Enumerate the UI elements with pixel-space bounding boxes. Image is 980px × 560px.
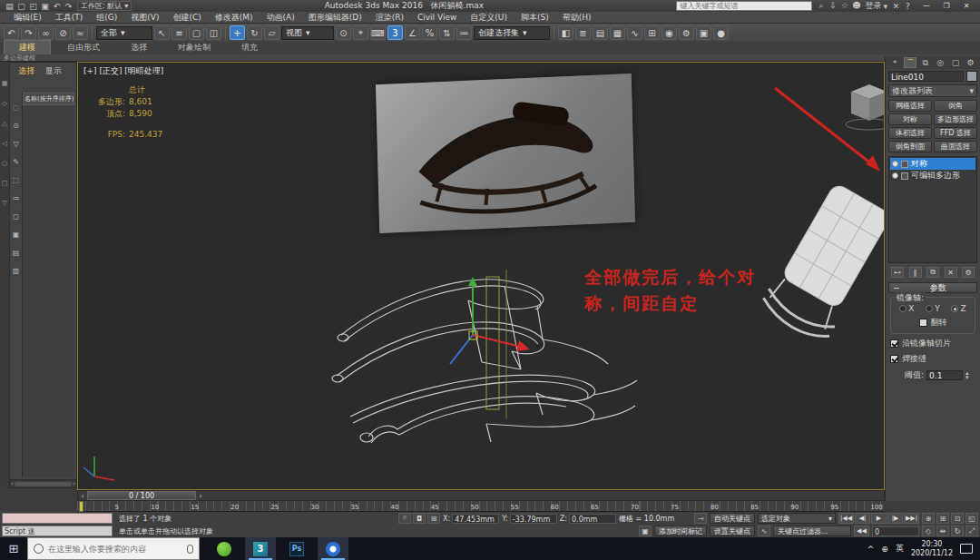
schematic-view-icon[interactable]: ⊞ — [644, 25, 660, 40]
selection-set-dropdown[interactable]: 选定对象 ▾ — [758, 513, 836, 524]
element-icon[interactable]: ▽ — [2, 200, 6, 207]
layer-manager-icon[interactable]: ▤ — [593, 25, 608, 40]
scroll-thumb[interactable] — [15, 482, 72, 486]
snap-3d-icon[interactable]: 3 — [387, 25, 403, 40]
explorer-tab[interactable]: 选择 — [14, 64, 39, 78]
object-name-field[interactable]: Line010 — [888, 71, 964, 82]
undo-icon[interactable]: ↶ — [4, 25, 19, 40]
language-indicator[interactable]: 英 — [896, 543, 904, 555]
next-frame-button[interactable]: |▶ — [887, 513, 903, 524]
make-unique-icon[interactable]: ⧉ — [926, 267, 939, 278]
angle-snap-icon[interactable]: ∠ — [405, 25, 420, 40]
new-scene-icon[interactable]: ▢ — [15, 1, 27, 11]
go-to-start-button[interactable]: ◀◀ — [854, 526, 869, 536]
taskbar-app-3dsmax[interactable]: 3 — [245, 537, 276, 560]
polygon-icon[interactable]: □ — [2, 180, 8, 187]
exchange-apps-icon[interactable]: ✕ — [890, 1, 902, 11]
modifier-button[interactable]: 体积选择 — [888, 127, 932, 139]
scene-explorer-list[interactable]: 名称(按升序排序) — [22, 93, 74, 477]
named-selection-sets-dropdown[interactable]: 创建选择集 ▾ — [474, 26, 550, 40]
ribbon-tab[interactable]: 自由形式 — [53, 41, 114, 54]
menu-item[interactable]: 组(G) — [90, 12, 123, 24]
next-frame-arrow[interactable]: › — [196, 492, 205, 500]
y-coordinate-field[interactable]: -33.79mm — [510, 514, 557, 524]
select-manipulate-icon[interactable]: ⌖ — [353, 25, 368, 40]
maximize-button[interactable]: ❐ — [936, 1, 956, 11]
tray-chevron-icon[interactable]: ^ — [867, 545, 875, 554]
taskbar-search[interactable] — [27, 537, 200, 560]
motion-tab-icon[interactable]: ◎ — [934, 57, 946, 68]
menu-item[interactable]: 视图(V) — [124, 12, 165, 24]
fov-icon[interactable]: ◇ — [922, 526, 935, 536]
threshold-field[interactable]: 0.1 — [926, 370, 963, 380]
taskbar-app-photoshop[interactable]: Ps — [281, 537, 312, 560]
help-search-input[interactable] — [676, 1, 812, 11]
sort-header[interactable]: 名称(按升序排序) — [23, 93, 74, 105]
help-icon[interactable]: ? — [902, 1, 914, 11]
select-object-icon[interactable]: ↖ — [154, 25, 170, 40]
key-filters-curve-icon[interactable]: ∿ — [758, 526, 770, 536]
spinner-arrows[interactable]: ▴▾ — [965, 371, 969, 380]
play-button[interactable]: ▶ — [871, 513, 887, 524]
list-icon[interactable]: ≔ — [13, 194, 20, 202]
pin-stack-icon[interactable]: ⊷ — [891, 267, 904, 278]
isolate-selection-icon[interactable]: ⌾ — [398, 513, 411, 524]
ribbon-tab[interactable]: 选择 — [116, 41, 162, 54]
menu-item[interactable]: 自定义(U) — [464, 12, 514, 24]
maxscript-mini-listener[interactable]: Script 迷 — [2, 526, 113, 536]
select-set-icon[interactable]: ⊙ — [13, 122, 19, 130]
menu-item[interactable]: 工具(T) — [49, 12, 90, 24]
modifier-button[interactable]: 网格选择 — [888, 100, 932, 112]
menu-item[interactable]: 图形编辑器(D) — [302, 12, 368, 24]
layer-icon[interactable]: ▥ — [13, 267, 20, 275]
poly-modeling-icon[interactable]: ▦ — [2, 80, 8, 87]
edit-icon[interactable]: ✎ — [13, 158, 19, 166]
geometry-icon[interactable]: ◻ — [13, 212, 19, 221]
viewcube[interactable] — [846, 84, 885, 130]
x-coordinate-field[interactable]: 47.453mm — [452, 514, 499, 524]
modifier-button[interactable]: 对称 — [888, 113, 932, 125]
perspective-viewport[interactable]: [+] [正交] [明暗处理] 总计 多边形:8,601 顶点:8,590 FP… — [77, 62, 885, 490]
workspace-dropdown[interactable]: 工作区: 默认 ▾ — [77, 1, 132, 11]
border-icon[interactable]: ○ — [2, 160, 7, 167]
z-coordinate-field[interactable]: 0.0mm — [569, 514, 616, 524]
filter-icon[interactable]: ▽ — [13, 140, 18, 148]
redo-icon[interactable]: ↷ — [63, 1, 74, 11]
reference-coordinate-dropdown[interactable]: 视图 ▾ — [281, 26, 334, 40]
orbit-icon[interactable]: ↻ — [951, 526, 964, 536]
track-bar[interactable]: 0510152025303540455055606570758085909510… — [77, 501, 885, 512]
zoom-extents-icon[interactable]: ⊡ — [951, 513, 964, 524]
show-end-result-icon[interactable]: ∥ — [909, 267, 922, 278]
pan-icon[interactable]: ⇹ — [936, 526, 949, 536]
menu-item[interactable]: Civil View — [411, 13, 463, 22]
modifier-stack-item[interactable]: 对称 — [890, 158, 975, 170]
search-help-icon[interactable]: ⌕ — [815, 1, 827, 11]
selection-lock-icon[interactable]: ◘ — [413, 513, 426, 524]
modifier-button[interactable]: 多边形选择 — [934, 113, 977, 125]
redo-icon[interactable]: ↷ — [21, 25, 36, 40]
find-icon[interactable]: ◌ — [13, 103, 19, 112]
scale-tool-icon[interactable]: ▱ — [264, 25, 279, 40]
current-frame-marker[interactable] — [79, 501, 83, 512]
app-menu-icon[interactable]: ▤ — [4, 1, 15, 11]
object-color-swatch[interactable] — [966, 71, 977, 82]
use-pivot-icon[interactable]: ⊙ — [336, 25, 351, 40]
go-to-end-button[interactable]: ▶▶| — [904, 513, 919, 524]
open-file-icon[interactable]: ◰ — [27, 1, 39, 11]
communication-center-icon[interactable]: ⇩ — [827, 1, 838, 11]
axis-radio[interactable]: X — [899, 304, 914, 313]
slice-checkbox[interactable] — [890, 339, 898, 348]
keyboard-override-icon[interactable]: ⌨ — [370, 25, 386, 40]
minimize-button[interactable]: — — [916, 1, 936, 11]
material-editor-icon[interactable]: ◉ — [662, 25, 677, 40]
menu-item[interactable]: 动画(A) — [260, 12, 301, 24]
menu-item[interactable]: 帮助(H) — [556, 12, 598, 24]
microphone-icon[interactable] — [187, 545, 193, 554]
modifier-button[interactable]: 曲面选择 — [934, 141, 977, 152]
rotate-tool-icon[interactable]: ↻ — [247, 25, 262, 40]
taskbar-app-recorder[interactable] — [318, 537, 348, 560]
scroll-left-icon[interactable]: ‹ — [11, 480, 14, 487]
edit-named-sets-icon[interactable]: ≔ — [456, 25, 472, 40]
explorer-scrollbar[interactable]: ‹ › — [10, 479, 76, 487]
frame-icon[interactable]: ⬚ — [13, 176, 20, 184]
